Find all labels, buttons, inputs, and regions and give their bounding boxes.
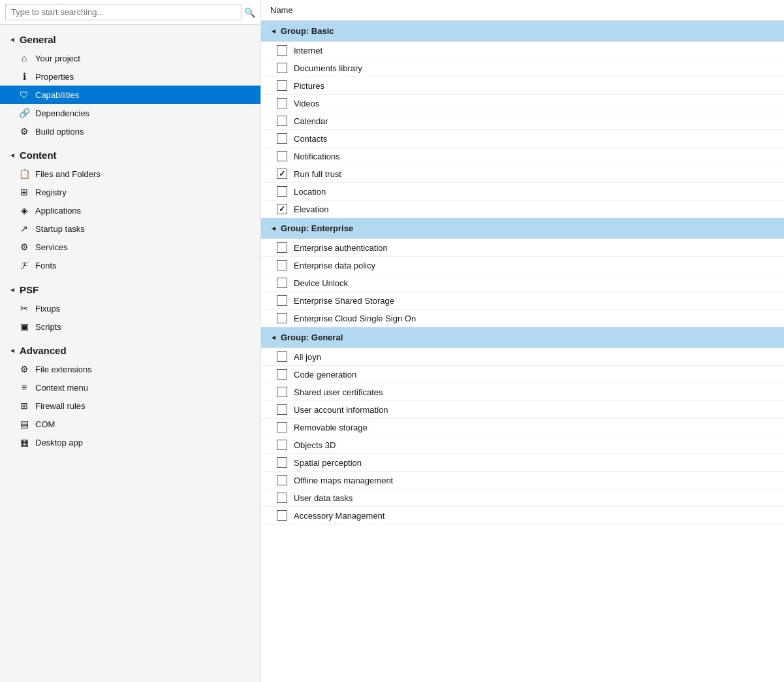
sidebar-item-context-menu[interactable]: ≡Context menu (0, 378, 260, 397)
sidebar-item-fixups[interactable]: ✂Fixups (0, 299, 260, 317)
capability-checkbox[interactable] (277, 169, 287, 179)
fixups-icon: ✂ (18, 303, 30, 314)
files-and-folders-icon: 📋 (18, 169, 30, 179)
capability-checkbox[interactable] (277, 242, 287, 253)
capability-item: Enterprise data policy (261, 257, 784, 274)
sidebar-item-build-options[interactable]: ⚙Build options (0, 122, 260, 140)
group-header-enterprise[interactable]: ◄Group: Enterprise (261, 218, 784, 239)
sidebar-item-your-project[interactable]: ⌂Your project (0, 49, 260, 67)
sidebar-item-dependencies[interactable]: 🔗Dependencies (0, 104, 260, 122)
capability-checkbox[interactable] (277, 204, 287, 214)
capability-checkbox[interactable] (277, 45, 287, 56)
capability-checkbox[interactable] (277, 369, 287, 380)
nav-item-label: Properties (35, 72, 74, 82)
section-label: PSF (20, 284, 39, 295)
arrow-icon: ◄ (9, 286, 16, 293)
com-icon: ▤ (18, 419, 30, 429)
section-header-psf[interactable]: ◄PSF (0, 275, 260, 299)
capability-checkbox[interactable] (277, 440, 287, 450)
capability-label: User data tasks (294, 493, 353, 503)
capability-checkbox[interactable] (277, 404, 287, 415)
build-options-icon: ⚙ (18, 126, 30, 137)
sidebar-item-services[interactable]: ⚙Services (0, 238, 260, 256)
capability-label: Calendar (294, 116, 328, 126)
capability-item: Documents library (261, 59, 784, 77)
sidebar-item-files-and-folders[interactable]: 📋Files and Folders (0, 165, 260, 183)
capability-checkbox[interactable] (277, 116, 287, 126)
section-header-advanced[interactable]: ◄Advanced (0, 336, 260, 360)
capability-item: Offline maps management (261, 472, 784, 489)
capabilities-icon: 🛡 (18, 89, 30, 100)
capability-label: Documents library (294, 63, 362, 73)
search-box: 🔍 (0, 0, 260, 25)
capability-label: Offline maps management (294, 476, 393, 485)
nav-item-label: Desktop app (35, 438, 83, 447)
group-label: Group: Enterprise (281, 223, 353, 233)
sidebar-item-properties[interactable]: ℹProperties (0, 67, 260, 86)
group-header-basic[interactable]: ◄Group: Basic (261, 21, 784, 42)
sidebar-item-applications[interactable]: ◈Applications (0, 201, 260, 219)
capability-label: Notifications (294, 152, 340, 161)
section-header-content[interactable]: ◄Content (0, 140, 260, 165)
sidebar: 🔍 ◄General⌂Your projectℹProperties🛡Capab… (0, 0, 261, 682)
capability-checkbox[interactable] (277, 63, 287, 73)
sidebar-item-firewall-rules[interactable]: ⊞Firewall rules (0, 397, 260, 415)
capability-label: Device Unlock (294, 278, 348, 288)
capability-label: Location (294, 187, 326, 197)
capability-label: All joyn (294, 352, 321, 362)
search-icon[interactable]: 🔍 (244, 7, 255, 18)
dependencies-icon: 🔗 (18, 108, 30, 118)
capability-checkbox[interactable] (277, 260, 287, 270)
group-arrow-icon: ◄ (270, 27, 277, 35)
capability-checkbox[interactable] (277, 186, 287, 197)
your-project-icon: ⌂ (18, 53, 30, 63)
sidebar-item-fonts[interactable]: 𝓕Fonts (0, 256, 260, 275)
capability-item: Enterprise Shared Storage (261, 292, 784, 310)
sidebar-item-file-extensions[interactable]: ⚙File extensions (0, 360, 260, 378)
group-arrow-icon: ◄ (270, 334, 277, 341)
capability-checkbox[interactable] (277, 278, 287, 288)
capability-checkbox[interactable] (277, 493, 287, 503)
capability-checkbox[interactable] (277, 295, 287, 306)
capability-checkbox[interactable] (277, 133, 287, 144)
capability-item: Spatial perception (261, 454, 784, 472)
sidebar-item-scripts[interactable]: ▣Scripts (0, 317, 260, 336)
sidebar-item-startup-tasks[interactable]: ↗Startup tasks (0, 219, 260, 238)
arrow-icon: ◄ (9, 152, 16, 159)
capability-checkbox[interactable] (277, 151, 287, 161)
capability-checkbox[interactable] (277, 351, 287, 362)
nav-item-label: Context menu (35, 383, 88, 393)
group-label: Group: General (281, 333, 343, 342)
capability-checkbox[interactable] (277, 98, 287, 108)
nav-item-label: Fixups (35, 304, 60, 314)
search-input[interactable] (5, 4, 242, 20)
capability-label: Spatial perception (294, 458, 362, 468)
section-label: Advanced (20, 345, 67, 356)
arrow-icon: ◄ (9, 347, 16, 354)
capability-item: Videos (261, 95, 784, 112)
nav-item-label: Capabilities (35, 90, 79, 100)
column-header: Name (261, 0, 784, 21)
nav-item-label: Firewall rules (35, 401, 86, 411)
capability-checkbox[interactable] (277, 475, 287, 485)
capability-label: Run full trust (294, 169, 341, 179)
capability-checkbox[interactable] (277, 422, 287, 432)
sidebar-item-com[interactable]: ▤COM (0, 415, 260, 433)
capability-checkbox[interactable] (277, 80, 287, 91)
capability-checkbox[interactable] (277, 510, 287, 521)
capability-item: Shared user certificates (261, 383, 784, 401)
arrow-icon: ◄ (9, 36, 16, 43)
sidebar-item-desktop-app[interactable]: ▦Desktop app (0, 433, 260, 451)
capability-checkbox[interactable] (277, 313, 287, 323)
sidebar-item-registry[interactable]: ⊞Registry (0, 183, 260, 201)
nav-item-label: Startup tasks (35, 224, 85, 234)
capability-checkbox[interactable] (277, 387, 287, 397)
capability-checkbox[interactable] (277, 457, 287, 468)
group-label: Group: Basic (281, 26, 334, 36)
group-header-general[interactable]: ◄Group: General (261, 327, 784, 348)
scripts-icon: ▣ (18, 321, 30, 332)
section-header-general[interactable]: ◄General (0, 25, 260, 49)
section-label: Content (20, 150, 57, 161)
sidebar-item-capabilities[interactable]: 🛡Capabilities (0, 86, 260, 104)
nav-item-label: Files and Folders (35, 169, 101, 179)
